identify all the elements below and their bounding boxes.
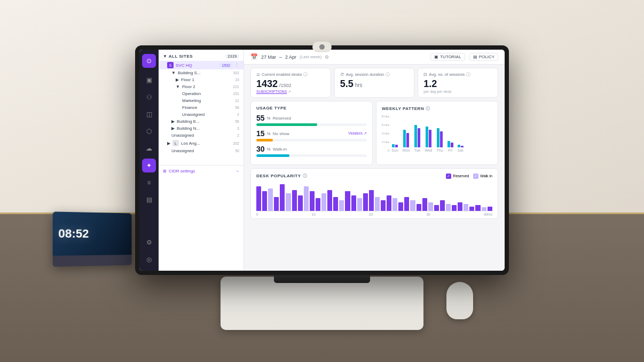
nav-item-unassigned2[interactable]: Unassigned 2 bbox=[159, 132, 244, 139]
nav-unassigned3-label: Unassigned bbox=[171, 148, 194, 153]
nav-item-floor2[interactable]: ▼ Floor 2 221 bbox=[159, 83, 244, 90]
nav-floor2-label: Floor 2 bbox=[182, 84, 195, 89]
nav-floor2-count: 221 bbox=[233, 85, 239, 89]
weekly-day-thu: Thu bbox=[437, 128, 443, 152]
weekly-pattern-info-icon[interactable]: ⓘ bbox=[426, 106, 430, 112]
sidebar-icon-chart[interactable]: ⬡ bbox=[142, 124, 156, 138]
duration-info-icon[interactable]: ⓘ bbox=[386, 72, 390, 77]
nav-item-operation[interactable]: Operation 151 bbox=[159, 90, 244, 97]
sidebar-icon-building[interactable]: ▣ bbox=[142, 73, 156, 87]
sidebar-icon-settings[interactable]: ⚙ bbox=[142, 235, 156, 249]
desk-popularity-info-icon[interactable]: ⓘ bbox=[303, 173, 308, 179]
nav-item-building-s[interactable]: ▼ Building S... 302 bbox=[159, 69, 244, 76]
cidr-icon: ⊞ bbox=[163, 169, 167, 174]
desk-popularity-x-labels: 0 10 20 30 40hrs bbox=[256, 211, 492, 216]
legend-reserved-check: ✓ bbox=[446, 174, 451, 179]
nav-item-losang[interactable]: ▶ L Los Ang... 202 bbox=[159, 139, 244, 147]
webcam bbox=[312, 42, 332, 52]
usage-bar-bg-noshow bbox=[256, 139, 367, 141]
tutorial-button[interactable]: ▣ TUTORIAL bbox=[430, 53, 465, 61]
desk-popularity-header: DESK POPULARITY ⓘ ✓ Reserved ✓ Walk in bbox=[256, 173, 492, 179]
desk-pop-bar-10 bbox=[316, 198, 320, 211]
policy-icon: ▤ bbox=[473, 54, 477, 59]
sidebar-icon-user[interactable]: ◎ bbox=[142, 253, 156, 266]
weekly-day-sat: Sat bbox=[458, 145, 464, 152]
nav-item-building-e[interactable]: ▶ Building E... 56 bbox=[159, 118, 244, 125]
left-nav: ▼ ALL SITES 2329 S SVC HQ 1502 ⋮ ▼ Build… bbox=[159, 50, 244, 271]
weekly-bar1-tue bbox=[414, 125, 417, 147]
nav-cidr-settings[interactable]: ⊞ CIDR settings → bbox=[159, 165, 244, 177]
violators-link[interactable]: Violators ↗ bbox=[348, 131, 367, 136]
mouse bbox=[446, 282, 473, 319]
building-e-expand[interactable]: ▶ bbox=[171, 119, 175, 124]
building-n-expand[interactable]: ▶ bbox=[171, 126, 175, 131]
desk-pop-bar-39 bbox=[488, 207, 492, 211]
desk-pop-bar-26 bbox=[410, 200, 415, 211]
svchq-icon: S bbox=[167, 62, 174, 68]
nav-item-finance[interactable]: Finance 56 bbox=[159, 104, 244, 111]
desk-pop-bar-17 bbox=[357, 198, 362, 211]
floor2-expand[interactable]: ▼ bbox=[176, 84, 180, 89]
calendar-icon: 📅 bbox=[250, 53, 258, 60]
nav-item-floor1[interactable]: ▶ Floor 1 23 bbox=[159, 76, 244, 83]
sidebar-icon-list[interactable]: ≡ bbox=[142, 176, 156, 190]
sidebar-icon-cloud[interactable]: ☁ bbox=[142, 141, 156, 155]
desk-popularity-legend: ✓ Reserved ✓ Walk in bbox=[446, 174, 492, 179]
weekly-day-tue: Tue bbox=[414, 125, 420, 152]
desks-info-icon[interactable]: ⓘ bbox=[303, 72, 308, 77]
desk-pop-bar-21 bbox=[381, 200, 386, 211]
nav-all-sites-header: ▼ ALL SITES 2329 bbox=[159, 50, 244, 61]
desk-pop-bar-6 bbox=[292, 190, 297, 211]
nav-all-sites-count: 2329 bbox=[225, 54, 239, 59]
losang-expand[interactable]: ▶ bbox=[167, 141, 170, 146]
nav-unassigned1-label: Unassigned bbox=[182, 112, 205, 117]
nav-building-n-label: Building N... bbox=[177, 126, 200, 131]
sidebar-icon-data[interactable]: ▤ bbox=[142, 193, 156, 207]
desk-pop-bar-13 bbox=[333, 197, 338, 211]
sidebar-icon-calendar[interactable]: ◫ bbox=[142, 107, 156, 121]
stat-sessions-value: 1.2 bbox=[423, 78, 492, 90]
nav-item-marketing[interactable]: Marketing 21 bbox=[159, 97, 244, 104]
date-settings-icon[interactable]: ⚙ bbox=[325, 54, 329, 60]
desk-pop-bar-11 bbox=[321, 193, 326, 211]
weekly-pattern-chart-area: 8 Hrs 6 Hrs 4 Hrs 2 Hrs 0 SunMonTueWedTh… bbox=[382, 115, 492, 152]
weekly-bar2-tue bbox=[418, 128, 420, 147]
floor1-expand[interactable]: ▶ bbox=[176, 77, 179, 82]
desk-popularity-card: DESK POPULARITY ⓘ ✓ Reserved ✓ Walk in bbox=[250, 168, 498, 219]
tutorial-label: TUTORIAL bbox=[440, 54, 461, 59]
legend-walkin: ✓ Walk in bbox=[473, 174, 492, 179]
nav-marketing-label: Marketing bbox=[182, 98, 201, 103]
desk-pop-bar-38 bbox=[482, 207, 486, 211]
desk-pop-bar-12 bbox=[327, 190, 332, 211]
weekly-label-thu: Thu bbox=[437, 148, 443, 152]
sidebar-icon-light[interactable]: ✦ bbox=[142, 159, 156, 172]
stat-duration-value: 5.5 hrs bbox=[340, 78, 409, 90]
date-from: 27 Mar bbox=[261, 54, 276, 60]
usage-item-walkin: 30 % Walk-in bbox=[256, 145, 367, 157]
nav-operation-label: Operation bbox=[182, 91, 201, 96]
cidr-arrow: → bbox=[235, 169, 239, 174]
weekly-bars-wed bbox=[426, 127, 431, 147]
nav-svchq-count: 1502 bbox=[219, 63, 232, 68]
weekly-bar2-mon bbox=[406, 133, 409, 147]
nav-item-svchq[interactable]: S SVC HQ 1502 ⋮ bbox=[159, 61, 244, 69]
nav-item-unassigned1[interactable]: Unassigned 2 bbox=[159, 111, 244, 118]
usage-header-noshow: 15 % No show Violators ↗ bbox=[256, 129, 367, 138]
nav-building-e-count: 56 bbox=[235, 120, 239, 123]
desk-pop-bar-23 bbox=[392, 198, 397, 211]
desk-pop-bar-20 bbox=[375, 197, 380, 211]
nav-item-unassigned3[interactable]: Unassigned 50 bbox=[159, 147, 244, 154]
laptop-screen: 08:52 bbox=[53, 211, 132, 256]
nav-item-building-n[interactable]: ▶ Building N... 3 bbox=[159, 125, 244, 132]
policy-button[interactable]: ▤ POLICY bbox=[469, 53, 498, 61]
sidebar-icon-people[interactable]: ⚇ bbox=[142, 90, 156, 104]
nav-svchq-label: SVC HQ bbox=[176, 63, 192, 68]
sessions-info-icon[interactable]: ⓘ bbox=[466, 72, 470, 77]
weekly-label-wed: Wed bbox=[425, 148, 432, 152]
building-s-expand[interactable]: ▼ bbox=[171, 70, 176, 75]
nav-svchq-menu[interactable]: ⋮ bbox=[234, 62, 239, 68]
monitor: ⊙ ▣ ⚇ ◫ ⬡ ☁ ✦ ≡ ▤ ⚙ ◎ ▼ ALL SITES 2329 S… bbox=[135, 45, 509, 275]
desk-pop-bar-8 bbox=[304, 186, 309, 211]
sidebar-icon-logo[interactable]: ⊙ bbox=[142, 54, 156, 68]
laptop: 08:52 bbox=[53, 211, 132, 266]
